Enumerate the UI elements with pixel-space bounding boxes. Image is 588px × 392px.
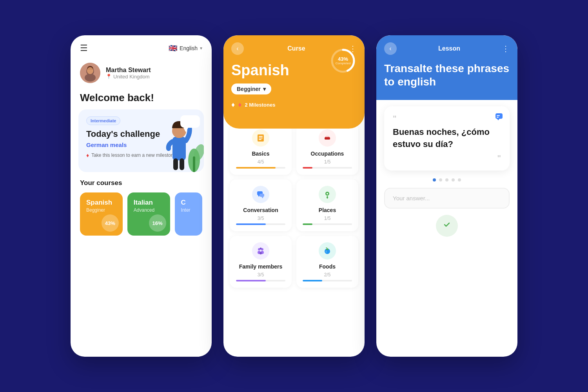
lesson-count-foods: 2/5 — [324, 272, 331, 278]
level-label: Begginer — [237, 86, 261, 92]
course-card-spanish[interactable]: Spanish Begginer 43% — [80, 192, 123, 236]
lesson-name-conversation: Conversation — [243, 207, 278, 213]
phone3-top: ‹ Lesson ⋮ Transalte these phrases to en… — [376, 35, 517, 100]
lesson-card-conversation[interactable]: Conversation 3/5 — [230, 180, 292, 231]
dot-5 — [458, 178, 461, 181]
svg-rect-28 — [260, 194, 264, 197]
profile-name: Martha Stewart — [106, 67, 151, 74]
lesson-card-places[interactable]: Places 1/5 — [296, 180, 358, 231]
phone3-dots-menu[interactable]: ⋮ — [502, 44, 510, 53]
profile-info: Martha Stewart 📍 United Kingdom — [106, 67, 151, 80]
lesson-fill-basics — [236, 167, 276, 169]
lesson-fill-foods — [303, 280, 322, 281]
lesson-name-occupations: Occupations — [311, 151, 344, 157]
lesson-card-foods[interactable]: Foods 2/5 — [296, 236, 358, 288]
lessons-grid: Basics 4/5 Occupations 1/5 Conversation … — [223, 117, 365, 294]
course-pct-spanish: 43% — [105, 220, 115, 226]
svg-rect-12 — [173, 158, 178, 170]
milestones-row: ♦ ♦ 2 Milestones — [231, 101, 357, 109]
svg-rect-25 — [326, 136, 328, 137]
lesson-progress-places — [303, 223, 352, 225]
lesson-fill-family — [236, 280, 266, 281]
back-button[interactable]: ‹ — [231, 42, 244, 55]
phone3-header: ‹ Lesson ⋮ — [384, 42, 510, 55]
lesson-icon-family — [252, 242, 269, 260]
pct-sub: Completed — [336, 62, 351, 65]
lesson-icon-foods — [319, 242, 336, 260]
svg-marker-42 — [497, 119, 499, 120]
lesson-progress-occupations — [303, 167, 352, 169]
profile-country: United Kingdom — [113, 74, 150, 80]
courses-row: Spanish Begginer 43% Italian Advanced 16… — [80, 192, 202, 236]
gem-icon-1: ♦ — [231, 101, 235, 109]
svg-rect-21 — [259, 139, 261, 140]
diamond-icon: ♦ — [86, 152, 89, 158]
challenge-card[interactable]: Intermediate Today's challenge German me… — [78, 109, 204, 172]
avatar-svg — [80, 63, 100, 83]
chevron-down-icon: ▾ — [200, 45, 202, 51]
courses-section: Your courses Spanish Begginer 43% Italia… — [71, 179, 212, 236]
svg-rect-44 — [497, 117, 499, 118]
phone1-header: ☰ 🇬🇧 English ▾ — [71, 35, 212, 57]
phone-course: ‹ Curse ⋮ Spanish Begginer ▾ 43% Complet… — [223, 35, 365, 357]
svg-point-34 — [260, 248, 262, 250]
course-card-italian[interactable]: Italian Advanced 16% — [127, 192, 170, 236]
course-progress-italian: 16% — [149, 214, 166, 232]
lesson-progress-foods — [303, 280, 352, 281]
lesson-icon-places — [319, 186, 336, 203]
challenge-badge: Intermediate — [86, 116, 120, 125]
course-lang-spanish: Spanish — [86, 199, 116, 207]
phone-lesson: ‹ Lesson ⋮ Transalte these phrases to en… — [376, 35, 517, 357]
lesson-count-family: 3/5 — [258, 272, 264, 278]
course-card-extra[interactable]: C Inter — [175, 192, 202, 236]
phone-home: ☰ 🇬🇧 English ▾ Martha Stewart 📍 — [71, 35, 212, 357]
quote-close: " — [393, 154, 501, 163]
course-level-extra: Inter — [181, 207, 196, 213]
svg-rect-19 — [259, 136, 263, 137]
lesson-question-title: Transalte these phrases to english — [384, 62, 510, 88]
dot-4 — [452, 178, 455, 181]
lesson-progress-conversation — [236, 223, 285, 225]
menu-icon[interactable]: ☰ — [80, 43, 88, 53]
profile-location: 📍 United Kingdom — [106, 74, 151, 80]
progress-circle: 43% Completed — [329, 47, 357, 74]
flag-icon: 🇬🇧 — [169, 44, 177, 53]
lesson-card-family[interactable]: Family members 3/5 — [230, 236, 292, 288]
courses-title: Your courses — [80, 179, 202, 187]
check-icon — [441, 219, 452, 232]
phone3-screen-title: Lesson — [438, 45, 460, 52]
back-icon: ‹ — [236, 45, 238, 52]
answer-placeholder: Your answer... — [393, 195, 430, 201]
avatar — [80, 63, 100, 83]
lesson-card-occupations[interactable]: Occupations 1/5 — [296, 123, 358, 175]
level-badge[interactable]: Begginer ▾ — [231, 83, 271, 94]
course-lang-extra: C — [181, 199, 196, 207]
lesson-count-occupations: 1/5 — [324, 159, 331, 165]
dot-2 — [439, 178, 442, 181]
phrase-text: Buenas noches, ¿cómo estuvo su día? — [393, 126, 501, 151]
lesson-fill-occupations — [303, 167, 312, 169]
svg-rect-13 — [180, 158, 184, 170]
lesson-name-places: Places — [319, 207, 336, 213]
lesson-name-foods: Foods — [319, 263, 336, 270]
language-label: English — [180, 45, 198, 51]
svg-rect-8 — [193, 156, 195, 172]
chat-icon — [495, 113, 503, 123]
dot-1 — [433, 178, 436, 181]
lesson-card-basics[interactable]: Basics 4/5 — [230, 123, 292, 175]
answer-input-display[interactable]: Your answer... — [384, 188, 510, 209]
course-progress-spanish: 43% — [102, 214, 119, 232]
milestones-text: 2 Milestones — [245, 102, 275, 108]
svg-point-37 — [260, 252, 262, 254]
level-chevron: ▾ — [263, 86, 266, 92]
svg-point-31 — [327, 193, 328, 194]
progress-svg: 43% Completed — [329, 47, 357, 74]
phone3-back-button[interactable]: ‹ — [384, 42, 397, 55]
lesson-icon-conversation — [252, 186, 269, 203]
lesson-count-conversation: 3/5 — [258, 216, 264, 221]
back-icon: ‹ — [389, 45, 391, 52]
course-pct-italian: 16% — [152, 220, 163, 226]
language-selector[interactable]: 🇬🇧 English ▾ — [169, 44, 202, 53]
profile-section: Martha Stewart 📍 United Kingdom — [71, 57, 212, 89]
submit-button[interactable] — [436, 215, 458, 237]
